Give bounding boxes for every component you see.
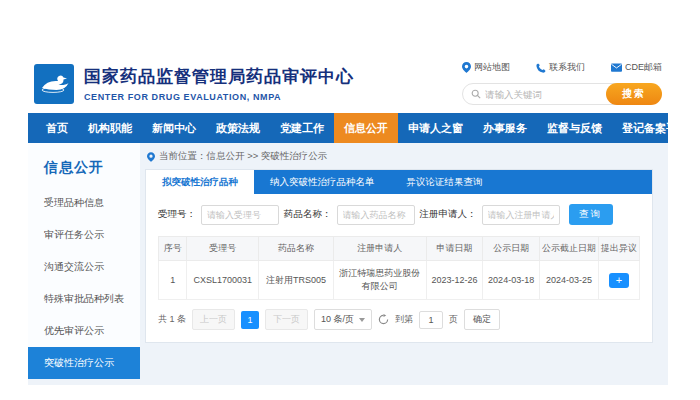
search-icon [471, 89, 481, 99]
table-row: 1 CXSL1700031 注射用TRS005 浙江特瑞思药业股份有限公司 20… [159, 261, 640, 300]
contact-label: 联系我们 [549, 61, 585, 74]
applicant-input[interactable] [482, 205, 560, 225]
goto-label: 到第 [395, 313, 413, 326]
sidebar-item-review-tasks[interactable]: 审评任务公示 [28, 219, 140, 251]
main-nav: 首页 机构职能 新闻中心 政策法规 党建工作 信息公开 申请人之窗 办事服务 监… [28, 113, 668, 143]
drug-name-input[interactable] [337, 205, 415, 225]
nav-item-policy[interactable]: 政策法规 [206, 113, 270, 143]
site-title-en: CENTER FOR DRUG EVALUATION, NMPA [84, 92, 354, 102]
cell-apply-date: 2023-12-26 [426, 261, 483, 300]
col-raise-objection: 提出异议 [598, 237, 639, 261]
breadcrumb-text: 当前位置：信息公开 >> 突破性治疗公示 [159, 150, 327, 163]
cell-acceptance-no: CXSL1700031 [187, 261, 259, 300]
pagination: 共 1 条 上一页 1 下一页 10 条/页 到第 页 确定 [146, 300, 652, 342]
cell-drug-name: 注射用TRS005 [259, 261, 334, 300]
nav-item-party[interactable]: 党建工作 [270, 113, 334, 143]
sidebar-item-accepted-varieties[interactable]: 受理品种信息 [28, 187, 140, 219]
page-body: 信息公开 受理品种信息 审评任务公示 沟通交流公示 特殊审批品种列表 优先审评公… [28, 143, 668, 385]
sitemap-link[interactable]: 网站地图 [462, 61, 510, 74]
tab-included-breakthrough-list[interactable]: 纳入突破性治疗品种名单 [254, 170, 391, 194]
query-button[interactable]: 查询 [569, 204, 613, 225]
cell-applicant: 浙江特瑞思药业股份有限公司 [333, 261, 426, 300]
sidebar-item-priority-review[interactable]: 优先审评公示 [28, 315, 140, 347]
col-publicity-date: 公示日期 [483, 237, 540, 261]
acceptance-no-label: 受理号： [158, 208, 196, 221]
cell-index: 1 [159, 261, 187, 300]
add-objection-button[interactable]: + [609, 273, 629, 288]
search-input[interactable] [485, 89, 595, 100]
contact-link[interactable]: 联系我们 [536, 61, 585, 74]
col-index: 序号 [159, 237, 187, 261]
nav-item-services[interactable]: 办事服务 [473, 113, 537, 143]
refresh-button[interactable] [378, 314, 389, 325]
acceptance-no-input[interactable] [201, 205, 279, 225]
refresh-icon [378, 314, 389, 325]
site-header: 国家药品监督管理局药品审评中心 CENTER FOR DRUG EVALUATI… [28, 55, 668, 113]
sidebar-item-communication[interactable]: 沟通交流公示 [28, 251, 140, 283]
breadcrumb: 当前位置：信息公开 >> 突破性治疗公示 [145, 143, 653, 169]
caret-down-icon [359, 318, 365, 322]
mail-link[interactable]: CDE邮箱 [611, 61, 662, 74]
tab-objection-result-query[interactable]: 异议论证结果查询 [391, 170, 499, 194]
top-links: 网站地图 联系我们 CDE邮箱 [462, 61, 662, 74]
mail-label: CDE邮箱 [625, 61, 662, 74]
prev-page-button[interactable]: 上一页 [192, 309, 235, 330]
sidebar-item-special-approval[interactable]: 特殊审批品种列表 [28, 283, 140, 315]
sitemap-label: 网站地图 [474, 61, 510, 74]
nav-item-registration-platform[interactable]: 登记备案平台 [612, 113, 698, 143]
nav-item-info-disclosure[interactable]: 信息公开 [334, 113, 398, 143]
site-container: 国家药品监督管理局药品审评中心 CENTER FOR DRUG EVALUATI… [28, 55, 668, 385]
filter-form: 受理号： 药品名称： 注册申请人： 查询 [146, 194, 652, 234]
col-applicant: 注册申请人 [333, 237, 426, 261]
location-pin-icon [147, 152, 155, 162]
goto-unit: 页 [449, 313, 458, 326]
col-acceptance-no: 受理号 [187, 237, 259, 261]
map-pin-icon [462, 62, 471, 73]
main-content: 当前位置：信息公开 >> 突破性治疗公示 拟突破性治疗品种 纳入突破性治疗品种名… [140, 143, 668, 379]
tab-proposed-breakthrough[interactable]: 拟突破性治疗品种 [146, 170, 254, 194]
goto-page-input[interactable] [419, 311, 443, 329]
total-count: 共 1 条 [158, 313, 186, 326]
content-card: 拟突破性治疗品种 纳入突破性治疗品种名单 异议论证结果查询 受理号： 药品名称：… [145, 169, 653, 343]
header-right: 网站地图 联系我们 CDE邮箱 搜索 [462, 61, 662, 105]
nav-item-news[interactable]: 新闻中心 [142, 113, 206, 143]
next-page-button[interactable]: 下一页 [265, 309, 308, 330]
swan-logo-icon [38, 68, 70, 100]
page-size-select[interactable]: 10 条/页 [314, 309, 372, 330]
phone-icon [536, 63, 546, 73]
col-publicity-deadline: 公示截止日期 [539, 237, 598, 261]
nav-item-applicant[interactable]: 申请人之窗 [398, 113, 473, 143]
page-size-value: 10 条/页 [321, 313, 354, 326]
nav-item-home[interactable]: 首页 [36, 113, 78, 143]
col-drug-name: 药品名称 [259, 237, 334, 261]
col-apply-date: 申请日期 [426, 237, 483, 261]
applicant-label: 注册申请人： [420, 208, 477, 221]
search-area: 搜索 [462, 83, 662, 105]
results-table: 序号 受理号 药品名称 注册申请人 申请日期 公示日期 公示截止日期 提出异议 [158, 236, 640, 300]
cell-objection: + [598, 261, 639, 300]
sidebar-title: 信息公开 [28, 153, 140, 187]
sidebar: 信息公开 受理品种信息 审评任务公示 沟通交流公示 特殊审批品种列表 优先审评公… [28, 143, 140, 379]
tab-bar: 拟突破性治疗品种 纳入突破性治疗品种名单 异议论证结果查询 [146, 170, 652, 194]
site-title-cn: 国家药品监督管理局药品审评中心 [84, 65, 354, 88]
cell-publicity-deadline: 2024-03-25 [539, 261, 598, 300]
table-header-row: 序号 受理号 药品名称 注册申请人 申请日期 公示日期 公示截止日期 提出异议 [159, 237, 640, 261]
site-title-block: 国家药品监督管理局药品审评中心 CENTER FOR DRUG EVALUATI… [84, 65, 354, 102]
page-number-1[interactable]: 1 [241, 311, 259, 329]
nav-item-supervision[interactable]: 监督与反馈 [537, 113, 612, 143]
drug-name-label: 药品名称： [284, 208, 332, 221]
cell-publicity-date: 2024-03-18 [483, 261, 540, 300]
envelope-icon [611, 63, 622, 72]
confirm-button[interactable]: 确定 [464, 309, 500, 330]
nav-item-functions[interactable]: 机构职能 [78, 113, 142, 143]
sidebar-item-breakthrough-therapy[interactable]: 突破性治疗公示 [28, 347, 140, 379]
search-button[interactable]: 搜索 [606, 83, 662, 105]
cde-logo [34, 64, 74, 104]
